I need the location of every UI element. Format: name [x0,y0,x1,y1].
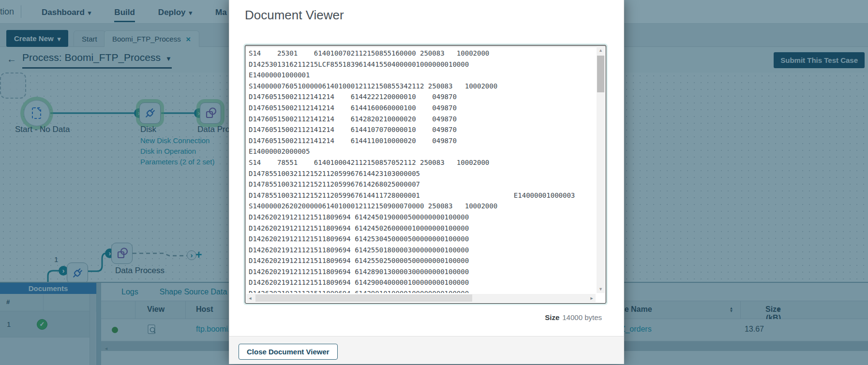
close-document-viewer-button[interactable]: Close Document Viewer [239,344,338,360]
modal-footer: Close Document Viewer [229,336,624,364]
horizontal-scroll-thumb[interactable] [255,294,472,302]
modal-title: Document Viewer [245,8,344,23]
horizontal-scrollbar[interactable] [246,294,596,302]
scroll-right-icon[interactable] [588,294,596,302]
document-viewer-modal: Document Viewer S14 25301 61401007021121… [229,0,624,364]
app-root: tion Dashboard Build Deploy Ma Create Ne… [0,0,868,365]
vertical-scroll-thumb[interactable] [597,56,604,92]
scroll-left-icon[interactable] [246,294,254,302]
document-text[interactable]: S14 25301 6140100702112150855160000 2500… [246,46,596,293]
scroll-up-icon[interactable] [597,46,605,54]
scroll-down-icon[interactable] [597,285,605,293]
size-value: 14000 bytes [562,313,602,321]
size-label: Size [545,313,559,321]
vertical-scrollbar[interactable] [597,46,605,293]
document-size: Size14000 bytes [545,313,602,321]
document-content-box[interactable]: S14 25301 6140100702112150855160000 2500… [245,45,606,304]
